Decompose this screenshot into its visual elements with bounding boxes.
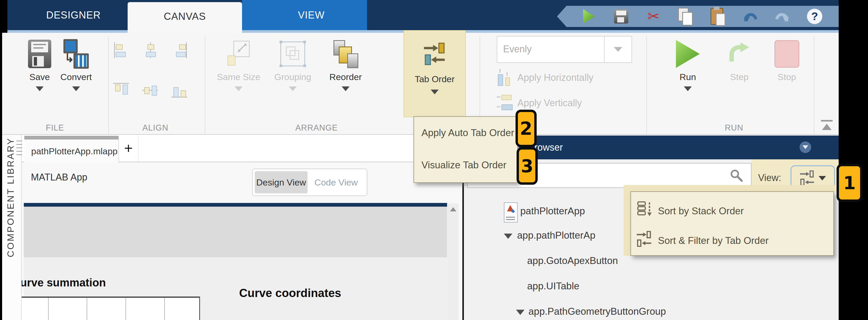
step-button: Step <box>716 39 763 82</box>
align-bottom-icon[interactable] <box>171 82 188 99</box>
convert-button[interactable]: ↳ Convert <box>52 39 100 91</box>
help-icon[interactable]: ? <box>806 8 823 25</box>
stop-icon <box>774 39 799 69</box>
view-menu: Sort by Stack Order Sort & Filter by Tab… <box>630 191 834 256</box>
save-icon[interactable] <box>613 8 629 25</box>
curve-coordinates-label: Curve coordinates <box>239 286 341 300</box>
section-label-file: FILE <box>18 123 92 133</box>
apply-horizontally-icon <box>497 68 512 87</box>
redo-icon[interactable] <box>774 8 790 25</box>
tree-item-figure[interactable]: app.pathPlotterAp <box>517 230 595 241</box>
active-tab-accent <box>24 136 118 139</box>
section-label-arrange: ARRANGE <box>277 123 356 133</box>
menu-item-sort-by-stack-order[interactable]: Sort by Stack Order <box>658 205 744 217</box>
annotation-badge-2: 2 <box>516 110 537 147</box>
redacted-region <box>839 0 868 320</box>
convert-dropdown-arrow[interactable] <box>72 87 80 91</box>
chevron-down-icon[interactable] <box>504 233 513 239</box>
cut-icon[interactable]: ✂ <box>645 8 662 25</box>
paste-icon[interactable] <box>710 8 726 25</box>
tab-order-icon <box>423 39 446 69</box>
sort-filter-by-tab-order-icon <box>636 231 652 248</box>
component-library-title: COMPONENT LIBRARY <box>5 137 16 257</box>
document-tab-label: pathPlotterApp.mlapp <box>31 146 118 156</box>
run-button[interactable]: Run <box>665 39 710 91</box>
design-view-toggle[interactable]: Design View <box>255 171 308 193</box>
tab-order-button[interactable]: Tab Order <box>403 30 466 117</box>
align-group <box>113 42 200 122</box>
ui-table[interactable] <box>22 296 200 320</box>
same-size-button[interactable]: Same Size <box>211 39 266 91</box>
menu-item-sort-filter-by-tab-order[interactable]: Sort & Filter by Tab Order <box>658 235 769 246</box>
app-banner-area <box>24 206 447 257</box>
view-toggle: Design View Code View <box>252 168 367 196</box>
stop-button: Stop <box>766 39 808 82</box>
grouping-button[interactable]: Grouping <box>266 39 319 91</box>
tab-view[interactable]: VIEW <box>277 0 346 30</box>
component-library-strip[interactable]: COMPONENT LIBRARY <box>2 135 22 320</box>
document-tab-bar: pathPlotterApp.mlapp× + <box>22 135 462 163</box>
grouping-icon <box>280 39 305 69</box>
menu-item-visualize-tab-order[interactable]: Visualize Tab Order <box>422 160 506 171</box>
apply-vertically-icon <box>497 94 512 112</box>
menu-item-apply-auto-tab-order[interactable]: Apply Auto Tab Order <box>422 127 514 138</box>
mlapp-file-icon <box>504 202 518 223</box>
reorder-dropdown-arrow[interactable] <box>342 87 349 91</box>
align-middle-icon[interactable] <box>142 82 159 99</box>
matlab-app-label: MATLAB App <box>31 172 87 183</box>
convert-icon: ↳ <box>63 39 89 69</box>
app-title-bar <box>24 203 447 206</box>
section-label-align: ALIGN <box>116 123 195 133</box>
chevron-down-icon[interactable] <box>516 310 525 315</box>
save-floppy-icon <box>28 39 51 69</box>
menu-glow <box>624 192 631 256</box>
tab-order-dropdown-arrow[interactable] <box>431 90 439 94</box>
tree-item-path-geometry-group[interactable]: app.PathGeometryButtonGroup <box>528 306 666 317</box>
view-dropdown-arrow <box>818 176 826 181</box>
view-label: View: <box>758 172 781 183</box>
run-icon <box>676 39 700 69</box>
align-right-icon[interactable] <box>171 42 188 59</box>
search-icon <box>729 168 744 183</box>
collapse-panel-icon[interactable] <box>800 141 811 153</box>
copy-icon[interactable] <box>678 8 694 25</box>
save-dropdown-arrow[interactable] <box>36 87 43 91</box>
panel-grip[interactable] <box>17 140 23 160</box>
apply-horizontally-button[interactable]: Apply Horizontally <box>497 67 593 89</box>
run-quick-icon[interactable] <box>581 8 597 25</box>
annotation-badge-1: 1 <box>837 164 863 202</box>
run-dropdown-arrow[interactable] <box>684 87 692 91</box>
sort-by-stack-order-icon <box>636 201 653 218</box>
scroll-up-icon[interactable] <box>450 207 456 212</box>
tree-item-uitable[interactable]: app.UITable <box>527 281 579 292</box>
same-size-icon <box>227 39 250 69</box>
reorder-button[interactable]: Reorder <box>320 39 371 91</box>
quick-access-toolbar: ✂ ? <box>557 6 839 27</box>
tab-order-view-icon <box>800 170 815 186</box>
tree-item-goto-apex-button[interactable]: app.GotoApexButton <box>527 255 618 266</box>
tab-order-menu: Apply Auto Tab Order Visualize Tab Order <box>413 116 518 183</box>
code-view-toggle[interactable]: Code View <box>308 177 365 188</box>
align-left-icon[interactable] <box>113 42 129 59</box>
collapse-ribbon-icon[interactable] <box>820 120 834 132</box>
reorder-icon <box>334 39 358 69</box>
tab-canvas[interactable]: CANVAS <box>128 2 242 33</box>
align-center-icon[interactable] <box>142 42 159 59</box>
grouping-dropdown-arrow <box>289 87 297 91</box>
document-tab-active[interactable]: pathPlotterApp.mlapp× <box>24 136 119 163</box>
tab-designer[interactable]: DESIGNER <box>34 0 113 30</box>
evenly-dropdown-arrow <box>604 36 631 62</box>
canvas-scrollbar[interactable] <box>447 203 459 320</box>
section-label-run: RUN <box>694 123 774 133</box>
evenly-dropdown[interactable]: Evenly <box>497 36 632 63</box>
same-size-dropdown-arrow <box>235 87 243 91</box>
annotation-badge-3: 3 <box>517 147 538 185</box>
undo-icon[interactable] <box>742 8 758 25</box>
apply-vertically-button[interactable]: Apply Vertically <box>497 92 582 114</box>
curve-summation-label: Curve summation <box>22 277 106 289</box>
ribbon-tab-bar: DESIGNER CANVAS VIEW ✂ ? <box>7 0 839 33</box>
tree-item-root[interactable]: pathPlotterApp <box>520 205 585 217</box>
design-canvas-panel: MATLAB App Design View Code View Curve s… <box>22 163 462 320</box>
new-tab-button[interactable]: + <box>119 136 138 162</box>
align-top-icon[interactable] <box>113 82 129 99</box>
